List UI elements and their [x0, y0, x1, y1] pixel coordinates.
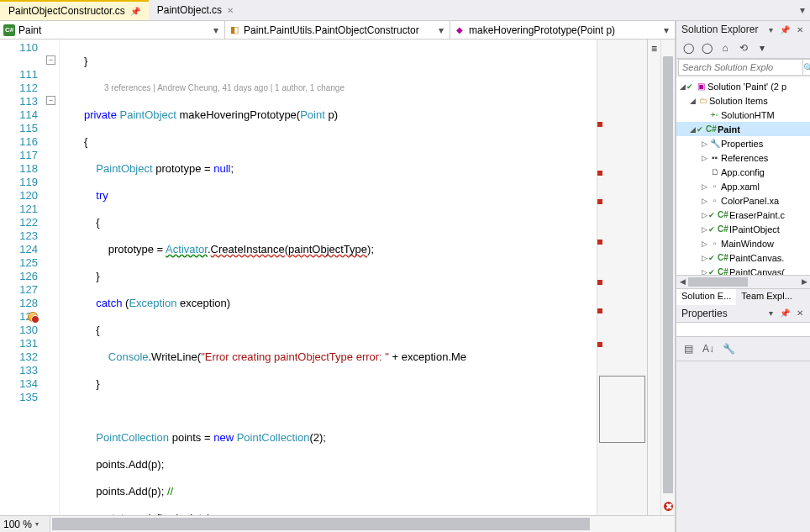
method-icon: ◆ [454, 24, 465, 36]
zoom-level[interactable]: 100 % ▾ [0, 516, 50, 532]
pin-icon[interactable]: 📌 [130, 7, 140, 16]
solution-tree[interactable]: ◢✔▣Solution 'Paint' (2 p ◢🗀Solution Item… [676, 77, 810, 275]
back-icon[interactable]: ◯ [681, 41, 695, 55]
tab-inactive[interactable]: PaintObject.cs ✕ [149, 0, 242, 20]
fold-toggle[interactable]: − [46, 55, 55, 65]
chevron-down-icon: ▾ [436, 24, 446, 36]
tab-label: PaintObject.cs [157, 4, 222, 16]
sort-az-icon[interactable]: A↓ [700, 340, 717, 357]
vertical-scrollbar[interactable]: ✖ [660, 40, 675, 515]
search-input[interactable] [678, 59, 803, 76]
tab-active[interactable]: PaintObjectConstructor.cs 📌 [0, 0, 149, 20]
line-gutter: 110 111 112 113 114 115 116 117 118 119 … [0, 40, 45, 515]
chevron-down-icon: ▾ [661, 24, 671, 36]
tree-hscroll[interactable]: ◀▶ [676, 275, 810, 288]
home-icon[interactable]: ⌂ [718, 41, 732, 55]
error-glyph[interactable] [28, 312, 38, 322]
properties-panel: ▤ A↓ 🔧 [676, 337, 810, 533]
categorize-icon[interactable]: ▤ [680, 340, 697, 357]
explorer-toolbar: ◯ ◯ ⌂ ⟲ ▾ [676, 38, 810, 59]
close-icon[interactable]: ✕ [227, 6, 234, 15]
close-icon[interactable]: ✕ [795, 308, 805, 318]
sync-icon[interactable]: ⟲ [737, 41, 750, 55]
overview-minimap[interactable] [597, 40, 647, 515]
right-panel: Solution Explorer ▾ 📌 ✕ ◯ ◯ ⌂ ⟲ ▾ 🔍 ◢✔▣S… [676, 21, 810, 532]
fold-toggle[interactable]: − [46, 96, 55, 105]
explorer-bottom-tabs: Solution E... Team Expl... [676, 288, 810, 305]
file-tabs: PaintObjectConstructor.cs 📌 PaintObject.… [0, 0, 810, 21]
class-icon: ◧ [229, 24, 240, 36]
properties-selector[interactable] [676, 322, 810, 337]
tab-label: PaintObjectConstructor.cs [8, 5, 125, 17]
tab-team-explorer[interactable]: Team Expl... [736, 289, 797, 305]
chevron-down-icon: ▾ [211, 24, 221, 36]
split-handle[interactable]: ≡ [647, 40, 660, 515]
pin-icon[interactable]: 📌 [778, 308, 792, 318]
editor-area: 110 111 112 113 114 115 116 117 118 119 … [0, 40, 675, 515]
nav-member[interactable]: ◆ makeHoveringPrototype(Point p) ▾ [450, 21, 675, 39]
editor-status: 100 % ▾ [0, 515, 675, 532]
code-editor[interactable]: } 3 references | Andrew Cheung, 41 days … [60, 40, 597, 515]
forward-icon[interactable]: ◯ [700, 41, 713, 55]
horizontal-scrollbar[interactable] [50, 516, 675, 532]
fold-margin: − − [45, 40, 60, 515]
close-icon[interactable]: ✕ [795, 25, 805, 34]
chevron-down-icon: ▾ [35, 520, 39, 528]
csharp-icon: C# [3, 24, 15, 36]
codelens: 3 references | Andrew Cheung, 41 days ag… [60, 82, 597, 95]
tabs-overflow[interactable]: ▾ [795, 4, 810, 16]
dropdown-icon[interactable]: ▾ [767, 25, 775, 34]
nav-bar: C# Paint ▾ ◧ Paint.PaintUtils.PaintObjec… [0, 21, 675, 40]
solution-explorer-head: Solution Explorer ▾ 📌 ✕ [676, 21, 810, 38]
error-indicator-icon[interactable]: ✖ [663, 501, 674, 512]
more-icon[interactable]: ▾ [755, 41, 769, 55]
nav-class[interactable]: ◧ Paint.PaintUtils.PaintObjectConstructo… [225, 21, 450, 39]
properties-head: Properties ▾ 📌 ✕ [676, 305, 810, 322]
explorer-search: 🔍 [678, 59, 808, 76]
search-icon[interactable]: 🔍 [803, 59, 810, 76]
pin-icon[interactable]: 📌 [778, 25, 792, 34]
props-wrench-icon[interactable]: 🔧 [720, 340, 737, 357]
nav-scope[interactable]: C# Paint ▾ [0, 21, 225, 39]
dropdown-icon[interactable]: ▾ [767, 308, 775, 318]
tab-solution-explorer[interactable]: Solution E... [676, 289, 736, 305]
